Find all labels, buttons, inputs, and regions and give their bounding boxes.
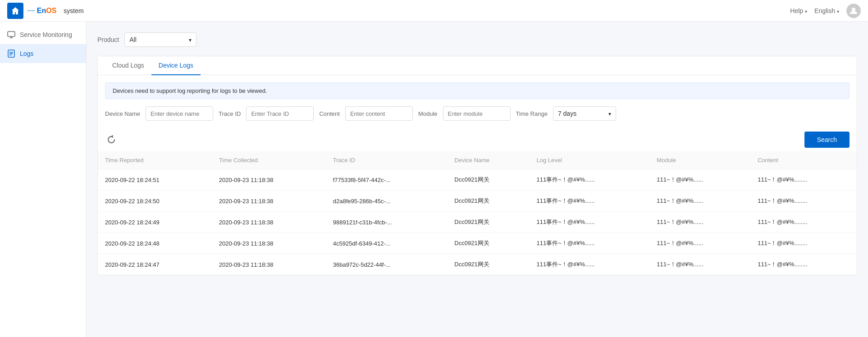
top-navigation: ···· EnOS system Help English — [0, 0, 868, 22]
sidebar-item-service-monitoring[interactable]: Service Monitoring — [0, 25, 86, 44]
system-name: system — [64, 7, 83, 14]
product-chevron-icon — [189, 36, 192, 43]
trace-id-input[interactable] — [246, 106, 314, 121]
table-cell: 111~！@#¥%...... — [649, 254, 750, 275]
time-range-value: 7 days — [558, 110, 576, 117]
table-cell: 2020-09-23 11:18:38 — [212, 191, 326, 212]
col-trace-id: Trace ID — [326, 151, 448, 169]
tab-device-logs-label: Device Logs — [159, 62, 193, 69]
table-cell: f77533f8-5f47-442c-... — [326, 169, 448, 191]
data-table: Time Reported Time Collected Trace ID De… — [98, 151, 857, 275]
table-cell: 111事件~！@#¥%...... — [529, 233, 649, 254]
lang-chevron-icon — [836, 7, 839, 14]
content-input[interactable] — [345, 106, 413, 121]
col-module: Module — [649, 151, 750, 169]
table-cell: Dcc0921网关 — [447, 212, 529, 233]
table-cell: 111事件~！@#¥%...... — [529, 169, 649, 191]
trace-id-label: Trace ID — [219, 110, 241, 117]
tab-cloud-logs-label: Cloud Logs — [112, 62, 144, 69]
table-cell: 2020-09-23 11:18:38 — [212, 254, 326, 275]
table-cell: 111~！@#¥%...... — [649, 191, 750, 212]
home-icon[interactable] — [7, 3, 23, 19]
table-cell: 111~！@#¥%........ — [750, 212, 857, 233]
table-cell: 2020-09-22 18:24:49 — [98, 212, 212, 233]
product-label: Product — [97, 36, 119, 43]
table-cell: 9889121f-c31b-4fcb-... — [326, 212, 448, 233]
table-cell: 111~！@#¥%........ — [750, 233, 857, 254]
content-card: Cloud Logs Device Logs Devices need to s… — [97, 56, 857, 275]
device-name-label: Device Name — [105, 110, 140, 117]
product-select-value: All — [129, 36, 137, 43]
table-cell: 2020-09-22 18:24:47 — [98, 254, 212, 275]
col-time-reported: Time Reported — [98, 151, 212, 169]
col-log-level: Log Level — [529, 151, 649, 169]
lang-label: English — [814, 7, 835, 14]
table-body: 2020-09-22 18:24:512020-09-23 11:18:38f7… — [98, 169, 857, 275]
table-cell: 111事件~！@#¥%...... — [529, 254, 649, 275]
table-cell: 111~！@#¥%...... — [649, 169, 750, 191]
table-cell: 111~！@#¥%...... — [649, 233, 750, 254]
info-banner: Devices need to support log reporting fo… — [105, 82, 850, 99]
col-content: Content — [750, 151, 857, 169]
time-range-select[interactable]: 7 days — [553, 106, 616, 121]
language-menu[interactable]: English — [814, 7, 839, 14]
module-input[interactable] — [443, 106, 511, 121]
content-label: Content — [319, 110, 340, 117]
table-row[interactable]: 2020-09-22 18:24:482020-09-23 11:18:384c… — [98, 233, 857, 254]
monitor-icon — [7, 31, 15, 39]
brand-logo: ···· EnOS — [27, 7, 56, 15]
svg-point-0 — [852, 8, 855, 11]
sidebar: Service Monitoring Logs — [0, 22, 87, 337]
table-header: Time Reported Time Collected Trace ID De… — [98, 151, 857, 169]
table-cell: 2020-09-22 18:24:48 — [98, 233, 212, 254]
filter-row: Device Name Trace ID Content Module Time… — [98, 99, 857, 128]
sidebar-item-logs[interactable]: Logs — [0, 44, 86, 63]
table-cell: 111~！@#¥%........ — [750, 169, 857, 191]
tabs: Cloud Logs Device Logs — [98, 56, 857, 75]
table-row[interactable]: 2020-09-22 18:24:472020-09-23 11:18:3836… — [98, 254, 857, 275]
svg-rect-1 — [8, 32, 15, 36]
device-name-input[interactable] — [146, 106, 213, 121]
table-cell: Dcc0921网关 — [447, 191, 529, 212]
sidebar-label-service-monitoring: Service Monitoring — [20, 31, 72, 38]
product-filter: Product All — [97, 32, 857, 47]
sidebar-label-logs: Logs — [20, 50, 33, 57]
table-row[interactable]: 2020-09-22 18:24:502020-09-23 11:18:38d2… — [98, 191, 857, 212]
search-button[interactable]: Search — [804, 132, 850, 148]
table-cell: Dcc0921网关 — [447, 233, 529, 254]
avatar[interactable] — [846, 4, 861, 18]
table-cell: 2020-09-22 18:24:50 — [98, 191, 212, 212]
table-cell: 111~！@#¥%........ — [750, 191, 857, 212]
table-cell: 111~！@#¥%........ — [750, 254, 857, 275]
product-select[interactable]: All — [124, 32, 196, 47]
help-chevron-icon — [804, 7, 807, 14]
tab-cloud-logs[interactable]: Cloud Logs — [105, 56, 151, 75]
table-cell: 2020-09-23 11:18:38 — [212, 169, 326, 191]
table-cell: 111事件~！@#¥%...... — [529, 212, 649, 233]
logo[interactable]: ···· EnOS — [7, 3, 56, 19]
time-range-chevron-icon — [608, 110, 611, 117]
topnav-right: Help English — [790, 4, 861, 18]
table-cell: 2020-09-22 18:24:51 — [98, 169, 212, 191]
help-label: Help — [790, 7, 803, 14]
table-cell: Dcc0921网关 — [447, 169, 529, 191]
table-cell: d2a8fe95-286b-45c-... — [326, 191, 448, 212]
table-row[interactable]: 2020-09-22 18:24:492020-09-23 11:18:3898… — [98, 212, 857, 233]
tab-device-logs[interactable]: Device Logs — [151, 56, 201, 75]
table-cell: Dcc0921网关 — [447, 254, 529, 275]
table-cell: 111事件~！@#¥%...... — [529, 191, 649, 212]
logs-icon — [7, 50, 15, 58]
time-range-label: Time Range — [516, 110, 548, 117]
col-time-collected: Time Collected — [212, 151, 326, 169]
table-cell: 2020-09-23 11:18:38 — [212, 233, 326, 254]
main-content: Product All Cloud Logs Device Logs Devic… — [87, 22, 868, 337]
action-row: Search — [98, 128, 857, 151]
table-cell: 111~！@#¥%...... — [649, 212, 750, 233]
table-row[interactable]: 2020-09-22 18:24:512020-09-23 11:18:38f7… — [98, 169, 857, 191]
col-device-name: Device Name — [447, 151, 529, 169]
table-cell: 4c5925df-6349-412-... — [326, 233, 448, 254]
table-cell: 36ba972c-5d22-44f-... — [326, 254, 448, 275]
info-banner-text: Devices need to support log reporting fo… — [113, 87, 267, 94]
help-menu[interactable]: Help — [790, 7, 807, 14]
refresh-button[interactable] — [105, 133, 118, 146]
